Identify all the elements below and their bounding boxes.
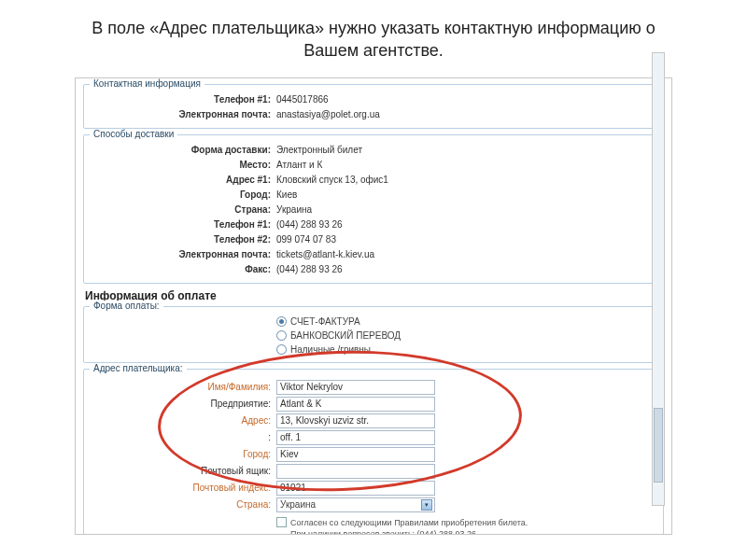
value-fax: (044) 288 93 26 bbox=[276, 262, 343, 277]
label-phone1: Телефон #1: bbox=[90, 92, 276, 107]
label-country: Страна: bbox=[90, 203, 276, 217]
radio-icon bbox=[276, 344, 287, 355]
value-phone2: 099 074 07 83 bbox=[276, 232, 336, 247]
radio-icon bbox=[276, 316, 287, 327]
value-addr1: Кловский спуск 13, офис1 bbox=[276, 173, 388, 188]
payer-addr-input[interactable] bbox=[276, 413, 435, 428]
label-payer-country: Страна: bbox=[90, 499, 276, 510]
heading-payment-info: Информация об оплате bbox=[85, 289, 664, 302]
label-addr1: Адрес #1: bbox=[90, 173, 276, 188]
label-payer-addr: Адрес: bbox=[90, 415, 276, 426]
payer-pobox-input[interactable] bbox=[276, 464, 435, 479]
section-payer-address: Адрес плательщика: Имя/Фамилия: Предприя… bbox=[83, 369, 664, 535]
label-fax: Факс: bbox=[90, 262, 276, 277]
legend-delivery: Способы доставки bbox=[90, 129, 177, 139]
label-email2: Электронная почта: bbox=[90, 247, 276, 262]
radio-label-invoice: СЧЕТ-ФАКТУРА bbox=[290, 316, 360, 327]
label-payer-pobox: Почтовый ящик: bbox=[90, 466, 276, 476]
value-city: Киев bbox=[276, 188, 297, 203]
label-payer-zip: Почтовый индекс: bbox=[90, 483, 276, 493]
radio-bank-transfer[interactable]: БАНКОВСКИЙ ПЕРЕВОД bbox=[276, 329, 657, 343]
label-payer-city: Город: bbox=[90, 449, 276, 459]
label-payer-addr2: : bbox=[90, 432, 276, 442]
value-phone1b: (044) 288 93 26 bbox=[276, 217, 343, 232]
value-email: anastasiya@polet.org.ua bbox=[276, 107, 380, 122]
radio-cash[interactable]: Наличные /гривны bbox=[276, 343, 657, 357]
legend-payment-form: Форма оплаты: bbox=[90, 301, 163, 311]
radio-invoice[interactable]: СЧЕТ-ФАКТУРА bbox=[276, 315, 657, 329]
legend-contact: Контактная информация bbox=[90, 78, 204, 89]
payer-city-input[interactable] bbox=[276, 447, 435, 462]
value-email2: tickets@atlant-k.kiev.ua bbox=[276, 247, 374, 262]
value-country: Украина bbox=[276, 203, 312, 217]
label-payer-name: Имя/Фамилия: bbox=[90, 382, 276, 392]
section-payment-form: Форма оплаты: СЧЕТ-ФАКТУРА БАНКОВСКИЙ ПЕ… bbox=[83, 306, 664, 363]
label-city: Город: bbox=[90, 188, 276, 203]
payer-company-input[interactable] bbox=[276, 397, 435, 412]
value-phone1: 0445017866 bbox=[276, 92, 329, 107]
app-window: Контактная информация Телефон #1:0445017… bbox=[75, 77, 672, 535]
radio-label-bank: БАНКОВСКИЙ ПЕРЕВОД bbox=[290, 330, 401, 341]
scrollbar-thumb[interactable] bbox=[654, 408, 663, 483]
chevron-down-icon: ▾ bbox=[421, 499, 432, 511]
label-payer-company: Предприятие: bbox=[90, 399, 276, 409]
section-contact-info: Контактная информация Телефон #1:0445017… bbox=[83, 84, 664, 129]
consent-text: Согласен со следующими Правилами приобре… bbox=[290, 517, 528, 535]
value-place: Атлант и К bbox=[276, 158, 322, 173]
label-phone2: Телефон #2: bbox=[90, 232, 276, 247]
radio-icon bbox=[276, 330, 287, 341]
value-delivery-method: Электронный билет bbox=[276, 143, 362, 158]
payer-addr2-input[interactable] bbox=[276, 430, 435, 445]
label-phone1b: Телефон #1: bbox=[90, 217, 276, 232]
label-place: Место: bbox=[90, 158, 276, 173]
slide-title: В поле «Адрес плательщика» нужно указать… bbox=[0, 0, 747, 70]
section-delivery: Способы доставки Форма доставки:Электрон… bbox=[83, 134, 664, 284]
label-email: Электронная почта: bbox=[90, 107, 276, 122]
payer-name-input[interactable] bbox=[276, 380, 435, 395]
vertical-scrollbar[interactable] bbox=[652, 52, 665, 506]
radio-label-cash: Наличные /гривны bbox=[290, 344, 371, 355]
consent-checkbox[interactable] bbox=[276, 517, 287, 527]
payer-country-value: Украина bbox=[280, 499, 316, 510]
payer-zip-input[interactable] bbox=[276, 481, 435, 496]
label-delivery-method: Форма доставки: bbox=[90, 143, 276, 158]
payer-country-select[interactable]: Украина ▾ bbox=[276, 497, 435, 512]
legend-payer: Адрес плательщика: bbox=[90, 363, 187, 373]
